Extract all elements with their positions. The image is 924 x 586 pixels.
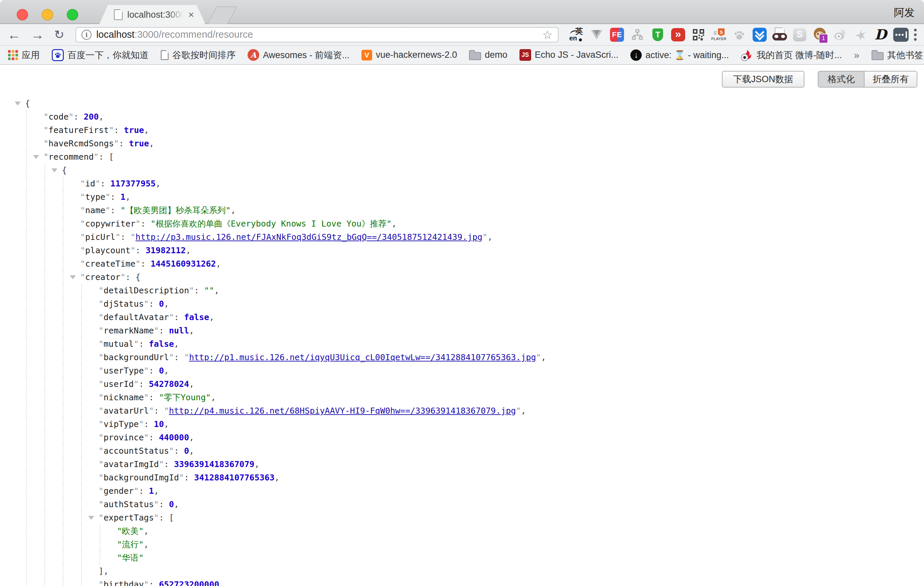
json-line: "playcount": 31982112, [0,244,924,257]
indent-guide [45,284,45,297]
json-key: avatarUrl [104,406,148,416]
d-glyph: D [874,28,886,42]
indent-guide [81,297,82,311]
bookmark-label: 百度一下，你就知道 [68,49,148,61]
weibo-gray-extension-icon[interactable] [832,27,848,43]
indent-guide [45,364,45,378]
json-key: detailDescription [104,286,189,295]
dark-d-extension-icon[interactable]: D [873,27,888,43]
new-tab-button[interactable] [207,7,238,25]
forward-icon[interactable]: → [31,28,44,41]
site-info-icon[interactable]: i [81,30,92,40]
browser-tab[interactable]: localhost:3000/recommend/re × [99,5,205,25]
indent-guide [45,337,45,351]
indent-guide [81,525,82,538]
collapse-triangle-icon[interactable] [88,516,94,520]
bookmarks-overflow-icon[interactable]: » [854,50,860,61]
indent-guide [81,538,82,551]
bookmark-active-waiting[interactable]: ↓ active: ⌛ - waiting... [630,50,729,61]
indent-guide [45,565,45,578]
blue-chevrons-extension-icon[interactable] [752,27,767,43]
qr-code-extension-icon[interactable] [691,27,706,43]
bookmark-echojs[interactable]: JS Echo JS - JavaScri... [520,49,619,61]
json-key: remarkName [104,326,154,335]
json-key: djStatus [104,299,144,309]
collapse-triangle-icon[interactable] [15,102,21,106]
json-line: "nickname": "零下Young", [0,391,924,404]
browser-menu-icon[interactable] [914,29,917,41]
vue-devtools-extension-icon[interactable] [589,27,604,43]
extension-badge: 1 [819,34,828,43]
bookmark-awesomes[interactable]: A Awesomes - 前端资... [248,49,350,61]
other-bookmarks[interactable]: 其他书签 [871,49,923,61]
bookmark-folder-demo[interactable]: demo [469,50,507,60]
indent-guide [63,257,63,271]
json-link[interactable]: http://p1.music.126.net/iqyqU3Uicq_cL00I… [189,352,536,362]
indent-guide [63,324,63,337]
reload-icon[interactable]: ↻ [54,28,64,41]
url-text[interactable]: localhost:3000/recommend/resource [96,29,253,40]
bookmark-label: demo [485,50,507,60]
indent-guide [63,578,63,586]
json-link[interactable]: http://p3.music.126.net/FJAxNkFoq3dGiS9t… [135,232,483,242]
download-json-button[interactable]: 下载JSON数据 [722,71,804,87]
json-link[interactable]: http://p4.music.126.net/68HSpiyAAVY-HI9-… [169,406,516,416]
s-extension-icon[interactable]: S [792,27,807,43]
indent-guide [26,471,27,484]
bookmark-weibo-home[interactable]: 我的首页 微博-随时... [741,49,842,61]
indent-guide [26,391,27,404]
password-manager-extension-icon[interactable]: ••• [893,27,909,43]
html5-player-extension-icon[interactable]: s5 PLAYER [711,27,726,43]
indent-guide [26,578,27,586]
bookmark-apps[interactable]: 应用 [8,49,40,61]
collapse-triangle-icon[interactable] [70,275,76,279]
collapse-triangle-icon[interactable] [51,168,58,172]
indent-guide [26,565,27,578]
apps-grid-icon [8,50,18,60]
indent-guide [45,351,45,364]
back-icon[interactable]: ← [7,28,21,41]
indent-guide [45,164,45,177]
tampermonkey-extension-icon[interactable]: 1 [812,27,827,42]
down-arrow-circle-icon: ↓ [630,50,642,61]
sitemap-extension-icon[interactable] [630,27,645,43]
tab-close-icon[interactable]: × [188,10,194,20]
bookmark-vue-hackernews[interactable]: V vue-hackernews-2.0 [361,50,457,61]
translate-extension-icon[interactable]: 英 en [569,27,584,43]
indent-guide [81,418,82,431]
video-speed-extension-icon[interactable]: » [670,27,686,43]
indent-guide [81,324,82,337]
indent-guide [81,404,82,418]
json-line: "type": 1, [0,190,924,204]
minimize-window-button[interactable] [42,9,53,20]
indent-guide [81,378,82,391]
bookmark-google-sort[interactable]: 谷歌按时间排序 [161,49,236,61]
paw-extension-icon[interactable] [732,27,747,43]
collapse-triangle-icon[interactable] [33,155,39,159]
json-string-value: "根据你喜欢的单曲《Everybody Knows I Love You》推荐" [151,219,391,228]
bookmark-baidu[interactable]: 百度一下，你就知道 [52,49,148,61]
fe-extension-icon[interactable]: FE [609,27,625,43]
folder-icon [469,52,481,60]
json-line: "avatarImgId": 3396391418367079, [0,458,924,471]
bookmark-star-icon[interactable]: ☆ [543,29,553,40]
green-shield-extension-icon[interactable]: T [650,27,665,43]
indent-guide [45,431,45,444]
json-value: 200 [84,112,99,122]
indent-guide [45,324,45,337]
zoom-window-button[interactable] [67,9,78,20]
indent-guide [81,511,82,525]
close-window-button[interactable] [17,9,28,20]
json-key: recommend [48,152,94,162]
indent-guide [45,190,45,204]
collapse-all-button[interactable]: 折叠所有 [865,71,917,87]
format-button[interactable]: 格式化 [818,71,865,87]
json-value: 652723200000 [159,579,219,586]
json-string-value: "欧美" [117,526,144,536]
address-bar[interactable]: i localhost:3000/recommend/resource ☆ [76,27,559,43]
indent-guide [26,538,27,551]
user-agent-switcher-extension-icon[interactable] [772,27,787,43]
hummingbird-extension-icon[interactable] [853,27,868,43]
window-user-label: 阿发 [894,6,915,20]
indent-guide [63,391,63,404]
